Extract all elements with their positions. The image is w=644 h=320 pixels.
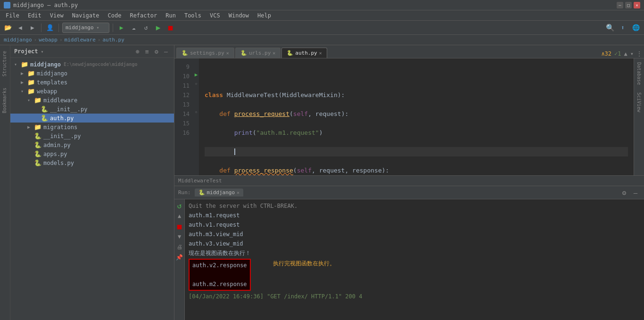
tab-urls[interactable]: 🐍 urls.py ✕ [235, 48, 281, 58]
run-annotation-text: 执行完视图函数在执行。 [273, 260, 335, 267]
tab-settings-label: settings.py [190, 50, 224, 56]
bookmarks-tab[interactable]: Bookmarks [0, 82, 10, 119]
run-tab-icon: 🐍 [198, 189, 205, 196]
menu-refactor[interactable]: Refactor [126, 11, 161, 20]
file-tree[interactable]: ▾ 📁 middjango E:\newdjangocode\middjango… [10, 58, 174, 320]
tree-item-middjango-root[interactable]: ▾ 📁 middjango E:\newdjangocode\middjango [10, 60, 174, 69]
run-pin-button[interactable]: 📌 [175, 253, 184, 262]
breadcrumb-webapp[interactable]: webapp [39, 37, 58, 43]
panel-collapse-button[interactable]: — [162, 47, 170, 56]
panel-dropdown-icon[interactable]: ▾ [41, 49, 44, 54]
run-up-button[interactable]: ▲ [175, 212, 184, 220]
code-content[interactable]: class MiddlewareTest(MiddlewareMixin): d… [199, 58, 634, 175]
line-num-10: 10 [174, 72, 193, 81]
dropdown-arrow-icon: ▾ [97, 25, 99, 30]
maximize-button[interactable]: □ [625, 2, 632, 8]
run-button[interactable]: ▶ [153, 23, 164, 33]
tab-more-icon[interactable]: ⋮ [636, 50, 642, 57]
tree-item-init-mid[interactable]: 🐍 __init__.py [10, 105, 174, 114]
update-button[interactable]: ☁ [129, 23, 139, 33]
breadcrumb-root[interactable]: middjango [4, 37, 32, 43]
python-file-icon: 🐍 [34, 141, 41, 148]
stop-button[interactable]: ■ [165, 23, 176, 33]
right-panel: 🐍 settings.py ✕ 🐍 urls.py ✕ 🐍 auth.py ✕ [174, 45, 644, 320]
refresh-button[interactable]: ↺ [141, 23, 151, 33]
run-stop-button[interactable]: ■ [175, 222, 184, 230]
code-editor[interactable]: 9 10 11 12 13 14 15 16 ▶ ◦ ◦ [174, 58, 644, 175]
forward-button[interactable]: ▶ [27, 23, 38, 33]
menu-edit[interactable]: Edit [24, 11, 45, 20]
run-rerun-button[interactable]: ↺ [175, 201, 184, 210]
panel-settings-button[interactable]: ⚙ [152, 47, 161, 56]
tree-item-models-py[interactable]: 🐍 models.py [10, 158, 174, 167]
folder-icon: 📁 [27, 70, 35, 77]
menu-window[interactable]: Window [225, 11, 253, 20]
tree-item-init-webapp[interactable]: 🐍 __init__.py [10, 131, 174, 140]
editor-gutter: ▶ ◦ ◦ [193, 58, 199, 175]
tree-path: E:\newdjangocode\middjango [64, 62, 138, 67]
toolbar-separator-3 [113, 24, 113, 32]
tree-item-migrations[interactable]: ▶ 📁 migrations [10, 123, 174, 131]
update-ide-icon[interactable]: ⬆ [618, 23, 628, 33]
run-tab-close[interactable]: ✕ [237, 190, 239, 195]
panel-add-button[interactable]: ⊕ [133, 47, 142, 56]
menu-vcs[interactable]: VCS [206, 11, 224, 20]
sciview-tab[interactable]: SciView [636, 89, 643, 116]
menu-view[interactable]: View [46, 11, 67, 20]
tree-expand-icon: ▾ [27, 98, 34, 103]
vcs-button[interactable]: 👤 [45, 23, 55, 33]
run-tab-middjango[interactable]: 🐍 middjango ✕ [195, 189, 244, 197]
expand-icon[interactable]: ▲ [624, 50, 627, 57]
tree-item-auth-py[interactable]: 🐍 auth.py [10, 114, 174, 123]
window-controls[interactable]: — □ ✕ [617, 2, 640, 8]
tab-auth-close[interactable]: ✕ [319, 50, 322, 56]
run-minimize-button[interactable]: — [631, 188, 640, 197]
menu-code[interactable]: Code [104, 11, 125, 20]
toolbar-separator [41, 24, 41, 32]
breadcrumb-file[interactable]: auth.py [102, 37, 124, 43]
tree-expand-icon: ▶ [21, 80, 27, 85]
toolbar: 📂 ◀ ▶ 👤 middjango ▾ ▶ ☁ ↺ ▶ ■ 🔍 ⬆ 🌐 [0, 21, 644, 35]
folder-icon: 📁 [21, 61, 28, 68]
tree-item-middleware[interactable]: ▾ 📁 middleware [10, 96, 174, 105]
breadcrumb-middleware[interactable]: middleware [65, 37, 96, 43]
search-icon[interactable]: 🔍 [606, 24, 615, 32]
tab-urls-label: urls.py [249, 50, 271, 56]
panel-sync-button[interactable]: ≡ [143, 47, 151, 56]
project-panel-content: Project ▾ ⊕ ≡ ⚙ — ▾ 📁 middjango E:\newdj… [10, 45, 174, 320]
minimize-button[interactable]: — [617, 2, 623, 8]
code-line-9 [205, 72, 628, 81]
run-settings-button[interactable]: ⚙ [619, 188, 629, 197]
settings-globe-icon[interactable]: 🌐 [631, 23, 641, 33]
tab-settings-close[interactable]: ✕ [226, 50, 229, 56]
tree-item-middjango-inner[interactable]: ▶ 📁 middjango [10, 69, 174, 78]
tree-item-templates[interactable]: ▶ 📁 templates [10, 78, 174, 87]
menu-help[interactable]: Help [254, 11, 275, 20]
code-line-12: print("auth.m1.request") [205, 128, 628, 138]
tab-auth[interactable]: 🐍 auth.py ✕ [281, 48, 327, 58]
menu-navigate[interactable]: Navigate [68, 11, 103, 20]
run-line-m1-req: auth.m1.request [189, 211, 640, 220]
close-button[interactable]: ✕ [634, 2, 640, 8]
tree-item-apps-py[interactable]: 🐍 apps.py [10, 149, 174, 158]
menu-file[interactable]: File [2, 11, 23, 20]
open-file-button[interactable]: 📂 [3, 23, 13, 33]
run-down-button[interactable]: ▼ [175, 232, 184, 241]
menu-tools[interactable]: Tools [181, 11, 205, 20]
collapse-icon[interactable]: ▾ [630, 50, 634, 57]
tree-expand-icon: ▶ [21, 71, 27, 76]
run-panel: Run: 🐍 middjango ✕ ⚙ — ↺ ▲ ■ ▼ [174, 186, 644, 320]
tab-urls-close[interactable]: ✕ [272, 50, 275, 56]
run-config-button[interactable]: ▶ [116, 23, 127, 33]
back-button[interactable]: ◀ [15, 23, 25, 33]
tab-settings[interactable]: 🐍 settings.py ✕ [176, 48, 234, 58]
tab-auth-label: auth.py [295, 50, 317, 56]
panel-title: Project ▾ [14, 48, 44, 55]
tree-item-webapp[interactable]: ▾ 📁 webapp [10, 87, 174, 96]
database-tab[interactable]: Database [636, 58, 643, 89]
run-print-button[interactable]: 🖨 [175, 243, 184, 251]
structure-tab[interactable]: Structure [0, 45, 10, 82]
project-dropdown[interactable]: middjango ▾ [62, 23, 109, 33]
menu-run[interactable]: Run [162, 11, 180, 20]
tree-item-admin-py[interactable]: 🐍 admin.py [10, 140, 174, 149]
